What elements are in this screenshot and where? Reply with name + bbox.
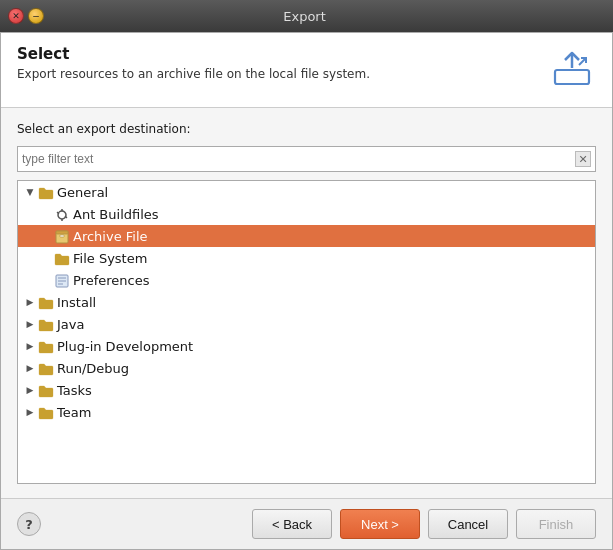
tree-item-java[interactable]: ▶ Java [18,313,595,335]
title-bar-controls: ✕ − [8,8,44,24]
export-tree[interactable]: ▼ General Ant Buildfiles Archive File Fi… [17,180,596,484]
filter-input[interactable] [22,152,575,166]
tree-arrow-plugin: ▶ [22,341,38,351]
tree-label-java: Java [57,317,84,332]
tree-label-team: Team [57,405,91,420]
tree-item-ant[interactable]: Ant Buildfiles [18,203,595,225]
tree-label-install: Install [57,295,96,310]
help-button[interactable]: ? [17,512,41,536]
header-title: Select [17,45,370,63]
footer-left: ? [17,512,41,536]
tree-icon-java [38,316,57,332]
header-description: Export resources to an archive file on t… [17,67,370,81]
close-button[interactable]: ✕ [8,8,24,24]
svg-rect-10 [60,235,64,237]
tree-icon-filesystem [54,250,73,266]
tree-label-ant: Ant Buildfiles [73,207,159,222]
svg-rect-9 [56,231,68,234]
filter-clear-button[interactable]: ✕ [575,151,591,167]
tree-item-plugin[interactable]: ▶ Plug-in Development [18,335,595,357]
tree-item-general[interactable]: ▼ General [18,181,595,203]
title-bar-title: Export [52,9,557,24]
finish-button[interactable]: Finish [516,509,596,539]
tree-item-preferences[interactable]: Preferences [18,269,595,291]
tree-icon-ant [54,206,73,222]
minimize-button[interactable]: − [28,8,44,24]
tree-label-filesystem: File System [73,251,147,266]
back-button[interactable]: < Back [252,509,332,539]
title-bar: ✕ − Export [0,0,613,32]
tree-label-plugin: Plug-in Development [57,339,193,354]
tree-arrow-java: ▶ [22,319,38,329]
tree-label-general: General [57,185,108,200]
tree-arrow-install: ▶ [22,297,38,307]
next-button[interactable]: Next > [340,509,420,539]
cancel-button[interactable]: Cancel [428,509,508,539]
header-text: Select Export resources to an archive fi… [17,45,370,81]
dialog-footer: ? < Back Next > Cancel Finish [1,498,612,549]
tree-arrow-rundebug: ▶ [22,363,38,373]
tree-icon-general [38,184,57,200]
tree-item-archive[interactable]: Archive File [18,225,595,247]
tree-arrow-team: ▶ [22,407,38,417]
tree-icon-install [38,294,57,310]
tree-icon-team [38,404,57,420]
tree-arrow-tasks: ▶ [22,385,38,395]
tree-label-tasks: Tasks [57,383,92,398]
export-dialog: Select Export resources to an archive fi… [0,32,613,550]
tree-item-install[interactable]: ▶ Install [18,291,595,313]
footer-right: < Back Next > Cancel Finish [252,509,596,539]
export-icon [548,45,596,93]
tree-icon-archive [54,228,73,244]
tree-item-team[interactable]: ▶ Team [18,401,595,423]
svg-point-3 [58,211,66,219]
dialog-header: Select Export resources to an archive fi… [1,33,612,108]
svg-rect-0 [555,70,589,84]
dialog-content: Select an export destination: ✕ ▼ Genera… [1,108,612,498]
tree-icon-plugin [38,338,57,354]
tree-icon-preferences [54,272,73,288]
tree-label-rundebug: Run/Debug [57,361,129,376]
tree-label-preferences: Preferences [73,273,149,288]
tree-label-archive: Archive File [73,229,148,244]
filter-input-wrap: ✕ [17,146,596,172]
tree-item-rundebug[interactable]: ▶ Run/Debug [18,357,595,379]
tree-item-tasks[interactable]: ▶ Tasks [18,379,595,401]
svg-line-2 [579,58,586,65]
tree-arrow-general: ▼ [22,187,38,197]
tree-icon-rundebug [38,360,57,376]
tree-item-filesystem[interactable]: File System [18,247,595,269]
tree-icon-tasks [38,382,57,398]
filter-label: Select an export destination: [17,122,596,136]
